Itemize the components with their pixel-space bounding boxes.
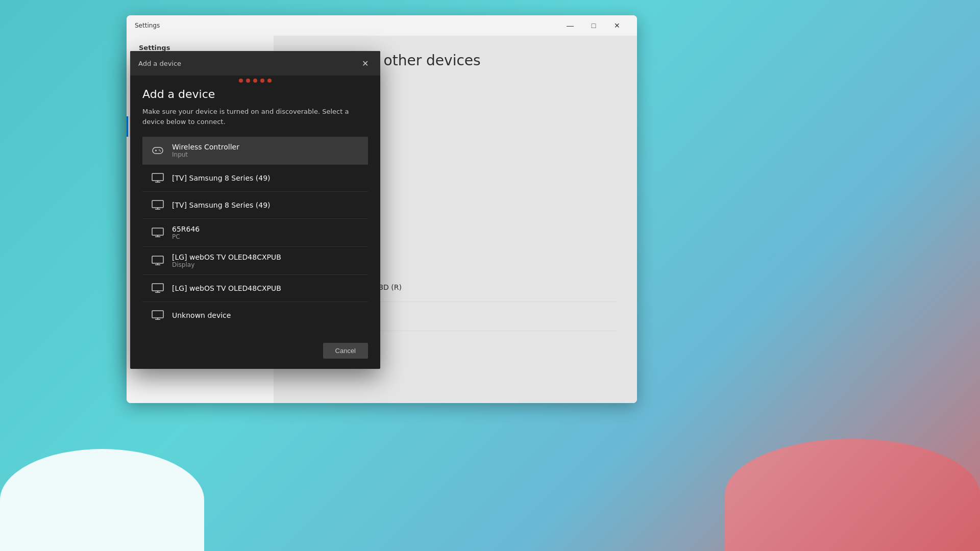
add-device-dialog: Add a device ✕ Add a device Make sure yo… xyxy=(130,51,380,369)
svg-rect-41 xyxy=(152,284,163,291)
loading-dot-1 xyxy=(239,79,243,83)
dialog-body: Add a device Make sure your device is tu… xyxy=(130,76,380,337)
list-item[interactable]: [TV] Samsung 8 Series (49) xyxy=(142,165,368,192)
dialog-device-name: [TV] Samsung 8 Series (49) xyxy=(172,201,271,209)
list-item[interactable]: Unknown device xyxy=(142,302,368,329)
loading-dot-5 xyxy=(267,79,272,83)
svg-rect-35 xyxy=(152,228,163,235)
svg-rect-44 xyxy=(152,311,163,318)
dialog-device-name: 65R646 xyxy=(172,225,200,233)
list-item[interactable]: Wireless Controller Input xyxy=(142,137,368,165)
sidebar-header-title: Settings xyxy=(139,44,265,52)
loading-dot-4 xyxy=(260,79,264,83)
loading-dots xyxy=(239,79,272,83)
dialog-title-bar: Add a device ✕ xyxy=(130,51,380,76)
close-button[interactable]: ✕ xyxy=(605,17,629,34)
dialog-device-type: Input xyxy=(172,151,239,158)
gamepad-icon xyxy=(151,143,165,158)
monitor-icon xyxy=(151,308,165,322)
title-bar: Settings — □ ✕ xyxy=(127,15,637,36)
list-item[interactable]: [LG] webOS TV OLED48CXPUB xyxy=(142,275,368,302)
window-title: Settings xyxy=(135,22,160,29)
dialog-device-type: PC xyxy=(172,233,200,240)
svg-rect-32 xyxy=(152,201,163,208)
list-item[interactable]: [LG] webOS TV OLED48CXPUB Display xyxy=(142,247,368,275)
list-item[interactable]: 65R646 PC xyxy=(142,219,368,247)
dialog-description: Make sure your device is turned on and d… xyxy=(142,107,368,127)
maximize-button[interactable]: □ xyxy=(582,17,605,34)
svg-rect-24 xyxy=(153,147,163,154)
dialog-device-name: [TV] Samsung 8 Series (49) xyxy=(172,174,271,182)
loading-dot-2 xyxy=(246,79,250,83)
dialog-footer: Cancel xyxy=(130,337,380,369)
monitor-icon xyxy=(151,171,165,185)
dialog-device-name: [LG] webOS TV OLED48CXPUB xyxy=(172,253,281,261)
monitor-icon xyxy=(151,281,165,295)
monitor-icon xyxy=(151,198,165,212)
minimize-button[interactable]: — xyxy=(558,17,582,34)
monitor-icon xyxy=(151,254,165,268)
title-bar-controls: — □ ✕ xyxy=(558,17,629,34)
monitor-icon xyxy=(151,226,165,240)
dialog-device-name: Wireless Controller xyxy=(172,143,239,151)
list-item[interactable]: [TV] Samsung 8 Series (49) xyxy=(142,192,368,219)
dialog-device-name: [LG] webOS TV OLED48CXPUB xyxy=(172,284,281,292)
svg-rect-38 xyxy=(152,256,163,263)
dialog-device-type: Display xyxy=(172,261,281,268)
svg-point-27 xyxy=(159,149,160,151)
dialog-close-button[interactable]: ✕ xyxy=(358,56,372,70)
dialog-title-label: Add a device xyxy=(138,60,181,67)
svg-rect-29 xyxy=(152,173,163,181)
loading-dot-3 xyxy=(253,79,257,83)
dialog-heading: Add a device xyxy=(142,88,368,101)
cancel-button[interactable]: Cancel xyxy=(323,343,368,359)
svg-point-28 xyxy=(160,151,161,152)
dialog-device-list: Wireless Controller Input [TV] Samsung 8… xyxy=(142,137,368,329)
dialog-device-name: Unknown device xyxy=(172,311,231,319)
